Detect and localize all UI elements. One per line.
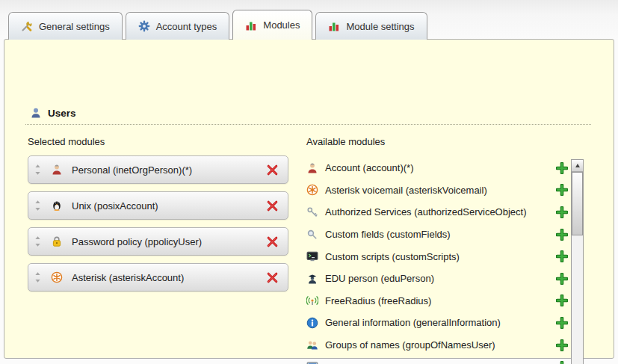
module-label: Authorized Services (authorizedServiceOb… [325,206,550,218]
module-label: Personal (inetOrgPerson)(*) [72,164,266,176]
tab-bar: General settingsAccount typesModulesModu… [8,10,427,40]
remove-module-button[interactable] [266,164,279,176]
selected-module-row[interactable]: Password policy (ppolicyUser) [28,227,288,256]
host-icon [306,361,318,364]
available-module-row: Groups of names (groupOfNamesUser) [306,334,568,357]
module-settings-icon [328,20,340,32]
add-module-button[interactable] [556,317,568,329]
module-label: Hosts (hostObject) [325,362,550,364]
scrollbar[interactable] [571,159,584,364]
remove-module-button[interactable] [266,271,279,284]
module-label: Custom scripts (customScripts) [325,251,550,262]
available-module-row: Custom fields (customFields) [306,223,568,246]
scrollbar-up-button[interactable] [572,160,583,172]
selected-module-row[interactable]: Asterisk (asteriskAccount) [28,263,288,291]
module-label: Custom fields (customFields) [325,229,550,240]
add-module-button[interactable] [556,361,568,364]
modules-icon [245,19,257,31]
remove-module-button[interactable] [266,235,279,248]
section-title: Users [48,108,76,119]
available-module-row: FreeRadius (freeRadius) [306,290,568,312]
tools-icon [21,20,33,32]
module-label: Asterisk voicemail (asteriskVoicemail) [325,185,550,196]
tab-label: Account types [156,21,217,32]
lam-configuration-page: General settingsAccount typesModulesModu… [0,0,618,364]
module-label: Unix (posixAccount) [72,200,266,212]
add-module-button[interactable] [556,206,568,218]
drag-handle-icon[interactable] [34,200,41,212]
drag-handle-icon[interactable] [34,271,41,283]
users-icon [30,107,42,119]
add-module-button[interactable] [556,273,568,285]
section-divider [25,124,591,125]
asterisk-icon [306,184,318,196]
group-icon [306,339,318,351]
tab-label: Module settings [346,21,414,32]
selected-modules-heading: Selected modules [28,136,105,147]
available-module-row: Account (account)(*) [306,157,568,179]
module-label: Groups of names (groupOfNamesUser) [325,339,550,351]
module-label: Password policy (ppolicyUser) [72,236,266,247]
available-modules-list: Account (account)(*)Asterisk voicemail (… [306,157,568,364]
available-module-row: Authorized Services (authorizedServiceOb… [306,201,568,223]
users-section-header: Users [30,107,76,119]
terminal-icon [306,250,318,262]
selected-module-row[interactable]: Personal (inetOrgPerson)(*) [28,155,288,184]
add-module-button[interactable] [556,250,568,262]
module-label: Asterisk (asteriskAccount) [72,272,266,283]
content-panel: Users Selected modules Available modules… [4,39,614,359]
add-module-button[interactable] [556,184,568,196]
tab-modules[interactable]: Modules [232,10,312,40]
available-module-row: General information (generalInformation) [306,312,568,334]
gear-icon [138,20,150,32]
module-label: FreeRadius (freeRadius) [325,295,550,306]
person-icon [51,164,63,176]
module-label: General information (generalInformation) [325,317,550,328]
tab-label: General settings [39,21,110,32]
tab-general-settings[interactable]: General settings [8,12,123,40]
available-module-row: Custom scripts (customScripts) [306,245,568,268]
magnifier-icon [306,229,318,241]
available-modules-heading: Available modules [306,136,385,147]
add-module-button[interactable] [556,229,568,241]
available-module-row: EDU person (eduPerson) [306,268,568,290]
asterisk-icon [51,271,63,283]
selected-module-row[interactable]: Unix (posixAccount) [28,191,288,220]
info-icon [306,317,318,329]
add-module-button[interactable] [556,162,568,174]
available-module-row: Asterisk voicemail (asteriskVoicemail) [306,179,568,202]
arrow-up-icon [575,164,580,167]
available-module-row: Hosts (hostObject) [306,356,568,364]
module-label: EDU person (eduPerson) [325,273,550,284]
module-label: Account (account)(*) [325,162,550,173]
selected-modules-list: Personal (inetOrgPerson)(*)Unix (posixAc… [28,155,288,299]
lock-icon [51,235,63,247]
tab-account-types[interactable]: Account types [126,12,230,40]
drag-handle-icon[interactable] [34,235,41,247]
antenna-icon [306,294,318,306]
penguin-icon [51,200,63,212]
add-module-button[interactable] [556,294,568,306]
drag-handle-icon[interactable] [34,164,41,176]
scrollbar-thumb[interactable] [572,172,583,235]
remove-module-button[interactable] [266,200,279,212]
edu-person-icon [306,273,318,285]
person-icon [306,162,318,174]
tab-label: Modules [263,19,300,31]
add-module-button[interactable] [556,339,568,351]
tab-module-settings[interactable]: Module settings [315,12,427,40]
keys-icon [306,206,318,218]
